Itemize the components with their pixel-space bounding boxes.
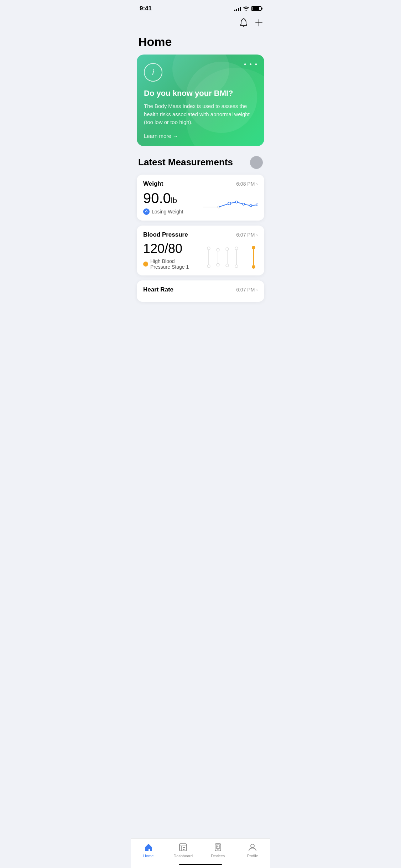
- status-bar: 9:41: [131, 0, 270, 15]
- signal-icon: [234, 6, 241, 11]
- svg-point-17: [226, 264, 229, 267]
- heart-rate-card[interactable]: Heart Rate 6:07 PM ›: [137, 280, 264, 302]
- svg-point-4: [228, 202, 231, 205]
- page-title: Home: [138, 35, 263, 49]
- weight-card[interactable]: Weight 6:08 PM › 90.0lb Losing Weight: [137, 175, 264, 221]
- bmi-info-icon: i: [144, 63, 162, 82]
- svg-point-8: [256, 204, 258, 206]
- bp-chevron: ›: [256, 232, 258, 238]
- weight-chart: [201, 197, 258, 215]
- bmi-learn-more[interactable]: Learn more →: [144, 133, 257, 139]
- header-actions: [131, 15, 270, 32]
- bp-card-header: Blood Pressure 6:07 PM ›: [143, 231, 258, 238]
- weight-time: 6:08 PM ›: [236, 181, 258, 187]
- svg-point-11: [207, 265, 210, 268]
- status-time: 9:41: [140, 5, 152, 12]
- status-icons: [234, 6, 261, 11]
- weight-card-header: Weight 6:08 PM ›: [143, 180, 258, 187]
- add-button[interactable]: [255, 19, 263, 28]
- weight-value: 90.0lb: [143, 190, 201, 206]
- bp-content: 120/80 High Blood Pressure Stage 1: [143, 241, 258, 270]
- svg-point-15: [226, 248, 229, 250]
- section-title: Latest Measurements: [138, 157, 233, 168]
- bp-status: High Blood Pressure Stage 1: [143, 258, 201, 270]
- bp-time: 6:07 PM ›: [236, 232, 258, 238]
- svg-point-21: [252, 246, 255, 249]
- weight-status: Losing Weight: [143, 208, 201, 215]
- svg-point-20: [235, 265, 238, 268]
- weight-title: Weight: [143, 180, 163, 187]
- bp-title: Blood Pressure: [143, 231, 188, 238]
- svg-point-7: [250, 205, 252, 207]
- section-indicator: [250, 156, 263, 169]
- bp-status-icon: [143, 262, 148, 267]
- svg-point-5: [235, 201, 238, 203]
- svg-point-12: [217, 248, 219, 251]
- notification-button[interactable]: [239, 18, 248, 29]
- hr-card-header: Heart Rate 6:07 PM ›: [143, 286, 258, 293]
- hr-time: 6:07 PM ›: [236, 287, 258, 293]
- weight-status-icon: [143, 208, 150, 215]
- hr-chevron: ›: [256, 287, 258, 293]
- bmi-title: Do you know your BMI?: [144, 89, 257, 98]
- page-title-area: Home: [131, 32, 270, 55]
- battery-icon: [251, 6, 261, 11]
- svg-point-6: [243, 203, 245, 205]
- blood-pressure-card[interactable]: Blood Pressure 6:07 PM › 120/80 High Blo…: [137, 226, 264, 275]
- bmi-card[interactable]: • • • i Do you know your BMI? The Body M…: [137, 55, 264, 146]
- svg-point-9: [207, 247, 210, 250]
- weight-chevron: ›: [256, 181, 258, 187]
- hr-title: Heart Rate: [143, 286, 173, 293]
- wifi-icon: [243, 6, 249, 11]
- weight-content: 90.0lb Losing Weight: [143, 190, 258, 215]
- svg-point-23: [252, 265, 255, 269]
- svg-point-14: [217, 263, 219, 266]
- bmi-description: The Body Mass Index is used to assess th…: [144, 102, 251, 126]
- bmi-menu-dots[interactable]: • • •: [244, 61, 258, 68]
- section-header: Latest Measurements: [131, 155, 270, 175]
- bp-value: 120/80: [143, 241, 201, 256]
- svg-point-18: [235, 247, 238, 250]
- bp-chart: [201, 245, 258, 270]
